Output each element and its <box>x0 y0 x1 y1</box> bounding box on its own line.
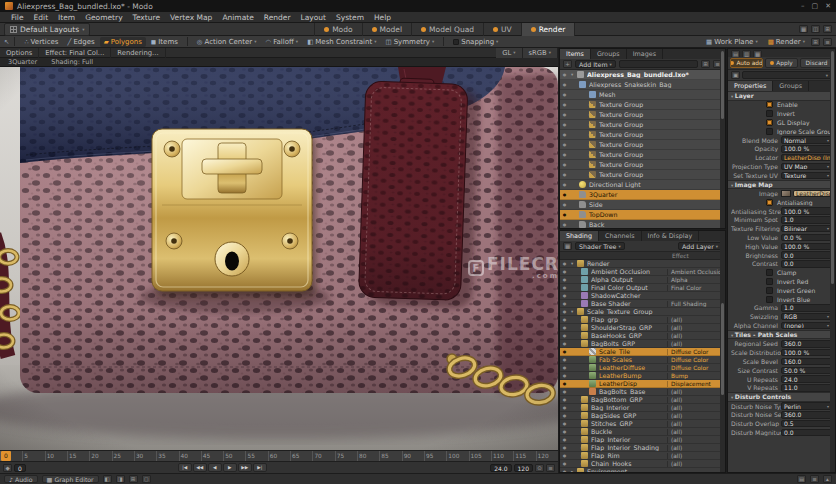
layer-effect[interactable]: (all) <box>667 421 723 427</box>
visibility-icon[interactable]: ● <box>560 349 569 354</box>
visibility-icon[interactable]: ● <box>560 142 569 147</box>
visibility-icon[interactable]: ● <box>560 269 569 274</box>
expand-icon[interactable]: ▸ <box>569 112 589 117</box>
shader-layer-row[interactable]: ● LeatherDiffuse Diffuse Color <box>560 364 725 372</box>
transport-button[interactable]: ▶▶ <box>238 463 252 472</box>
property-row[interactable]: Opacity 100.0 % <box>728 144 835 153</box>
property-value[interactable]: RGB <box>781 313 832 320</box>
visibility-icon[interactable]: ● <box>560 301 569 306</box>
property-row[interactable]: U Repeats 24.0 <box>728 375 835 384</box>
layer-effect[interactable]: (all) <box>667 317 723 323</box>
property-checkbox[interactable] <box>766 119 773 126</box>
items-panel-tab[interactable]: Items <box>560 49 591 59</box>
items-scrollbar[interactable] <box>720 49 725 228</box>
property-checkbox[interactable] <box>766 287 773 294</box>
property-value[interactable]: Texture <box>781 172 832 179</box>
viewport-layout-icon[interactable]: ▦ <box>799 25 808 33</box>
property-row[interactable]: High Value 100.0 % <box>728 242 835 251</box>
visibility-icon[interactable]: ● <box>560 182 569 187</box>
visibility-icon[interactable]: ● <box>560 277 569 282</box>
property-value[interactable]: UV Map <box>781 163 832 170</box>
expand-icon[interactable]: ▸ <box>569 102 589 107</box>
property-value[interactable]: Normal <box>781 136 832 143</box>
layout-tab[interactable]: Model Quad <box>411 23 483 36</box>
item-row[interactable]: ● ▸ Texture Group <box>560 130 725 140</box>
property-row[interactable]: Invert <box>728 109 835 118</box>
property-value[interactable]: 1.0 <box>781 216 832 223</box>
visibility-icon[interactable]: ● <box>560 333 569 338</box>
menu-item[interactable]: Layout <box>296 13 332 22</box>
expand-icon[interactable]: ▸ <box>569 172 589 177</box>
bottom-tool-icon[interactable]: ◧ <box>103 475 112 483</box>
shader-layer-row[interactable]: ● LeatherDisp Displacement <box>560 380 725 388</box>
shader-layer-row[interactable]: ● ▸ Environment <box>560 468 725 472</box>
graph-editor-button[interactable]: ▦Graph Editor <box>42 475 99 483</box>
layer-effect[interactable]: (all) <box>667 453 723 459</box>
shader-layer-row[interactable]: ● ▸ Flap_Interior_Shading (all) <box>560 444 725 452</box>
snapping-toggle[interactable]: Snapping ▾ <box>449 37 502 47</box>
layout-tab[interactable]: UV <box>483 23 521 36</box>
visibility-icon[interactable]: ● <box>560 389 569 394</box>
visibility-icon[interactable]: ● <box>560 192 569 197</box>
item-row[interactable]: ● ▸ Texture Group <box>560 170 725 180</box>
collapse-panel-icon[interactable]: ▴ <box>823 475 832 483</box>
item-row[interactable]: ● ▸ Texture Group <box>560 110 725 120</box>
expand-icon[interactable]: ▾ <box>569 309 577 314</box>
expand-icon[interactable]: ▸ <box>569 437 581 442</box>
property-row[interactable]: Disturb Noise Seed 360.0 <box>728 411 835 420</box>
expand-icon[interactable]: ▾ <box>569 341 581 346</box>
shader-layer-row[interactable]: ● ▸ Flap_Rim (all) <box>560 452 725 460</box>
maximize-button[interactable]: ▢ <box>812 2 819 10</box>
visibility-icon[interactable]: ● <box>560 172 569 177</box>
item-row[interactable]: ● ▸ Texture Group <box>560 150 725 160</box>
tool-dropdown[interactable]: ◎Action Center▾ <box>193 37 261 47</box>
property-checkbox[interactable] <box>766 199 773 206</box>
property-value[interactable]: 0.0 % <box>781 234 832 241</box>
preset-dropdown[interactable]: ▾ <box>742 71 832 79</box>
shader-layer-row[interactable]: ● ▸ ShoulderStrap_GRP (all) <box>560 324 725 332</box>
expand-icon[interactable]: ▸ <box>569 122 589 127</box>
transport-button[interactable]: |◀ <box>178 463 192 472</box>
layer-effect[interactable]: Bump <box>667 373 723 379</box>
property-row[interactable]: Blend Mode Normal <box>728 136 835 145</box>
viewport-camera-label[interactable]: 3Quarter <box>8 58 37 66</box>
shading-panel-tab[interactable]: Info & Display <box>642 231 700 241</box>
visibility-icon[interactable]: ● <box>560 437 569 442</box>
toolbar-extra-icon[interactable]: ⊞ <box>811 38 820 46</box>
menu-item[interactable]: Item <box>53 13 80 22</box>
shader-layer-row[interactable]: ● ▸ Bag_Interior (all) <box>560 404 725 412</box>
property-row[interactable]: Antialiasing Strength 100.0 % <box>728 207 835 216</box>
visibility-icon[interactable]: ● <box>560 152 569 157</box>
item-row[interactable]: ● ▸ Texture Group <box>560 160 725 170</box>
viewport-rendering-button[interactable]: Rendering... <box>111 48 165 58</box>
item-row[interactable]: ● TopDown <box>560 210 725 220</box>
layer-effect[interactable]: Final Color <box>667 285 723 291</box>
item-row[interactable]: ● ▾ Aliexpress_Bag_bundled.lxo* <box>560 70 725 80</box>
property-value[interactable]: 160.0 <box>781 358 832 365</box>
close-button[interactable]: ✕ <box>825 2 831 10</box>
visibility-icon[interactable]: ● <box>560 421 569 426</box>
property-value[interactable]: 100.0 % <box>781 207 832 214</box>
layer-effect[interactable]: (all) <box>667 389 723 395</box>
property-row[interactable]: Layer <box>728 91 835 101</box>
loop-icon[interactable]: ⊙ <box>535 464 544 472</box>
property-row[interactable]: Antialiasing <box>728 198 835 207</box>
transport-button[interactable]: ▶ <box>223 463 237 472</box>
visibility-icon[interactable]: ● <box>560 461 569 466</box>
render-dropdown[interactable]: ▩ Render ▾ <box>764 37 809 47</box>
shader-layer-row[interactable]: ● Fab Scales Diffuse Color <box>560 356 725 364</box>
visibility-icon[interactable]: ● <box>560 72 569 77</box>
property-checkbox[interactable] <box>766 128 773 135</box>
property-value[interactable]: Perlin <box>781 402 832 409</box>
layer-effect[interactable]: (all) <box>667 413 723 419</box>
shader-layer-row[interactable]: ● Ambient Occlusion Ambient Occlusion <box>560 268 725 276</box>
visibility-icon[interactable]: ● <box>560 261 569 266</box>
expand-icon[interactable]: ▸ <box>569 405 581 410</box>
layer-effect[interactable]: Diffuse Color <box>667 349 723 355</box>
shader-layer-row[interactable]: ● Base Shader Full Shading <box>560 300 725 308</box>
menu-item[interactable]: Geometry <box>80 13 127 22</box>
visibility-icon[interactable]: ● <box>560 469 569 472</box>
fullscreen-icon[interactable]: ⊞ <box>823 25 832 33</box>
expand-icon[interactable]: ▸ <box>569 429 581 434</box>
expand-icon[interactable]: ▸ <box>569 445 581 450</box>
